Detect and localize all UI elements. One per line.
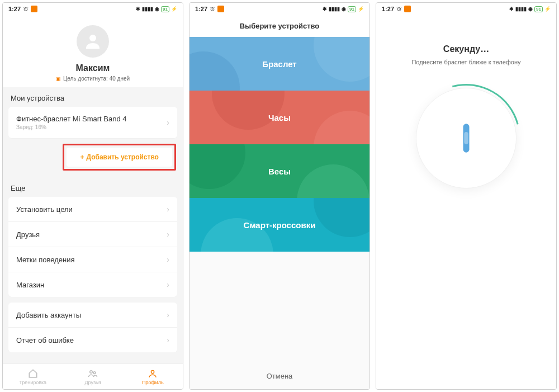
screen-searching: 1:27 ✱ ▮▮▮▮ ◉ 91 ⚡ Секунду… Поднесите бр…: [376, 2, 557, 390]
svg-point-2: [90, 370, 93, 373]
svg-rect-7: [463, 124, 470, 152]
row-friends[interactable]: Друзья›: [8, 222, 177, 247]
choose-watch[interactable]: Часы: [190, 91, 369, 144]
chevron-right-icon: ›: [167, 310, 169, 319]
choose-watch-label: Часы: [268, 113, 291, 122]
band-icon: [460, 122, 472, 154]
bluetooth-icon: ✱: [509, 6, 514, 12]
battery-icon: 91: [348, 6, 356, 12]
plus-icon: +: [80, 153, 84, 161]
row-tags-label: Метки поведения: [16, 256, 75, 264]
choose-shoes-label: Смарт-кроссовки: [244, 220, 316, 230]
svg-point-4: [151, 370, 154, 373]
choose-title: Выберите устройство: [190, 15, 369, 37]
screen-profile: 1:27 ✱ ▮▮▮▮ ◉ 91 ⚡ Максим ▣ Цель достигн…: [2, 2, 183, 390]
searching-title: Секунду…: [443, 44, 489, 54]
svg-point-3: [93, 371, 96, 374]
chevron-right-icon: ›: [167, 336, 169, 344]
status-bar: 1:27 ✱ ▮▮▮▮ ◉ 91 ⚡: [376, 3, 556, 15]
signal-icon: ▮▮▮▮: [329, 6, 340, 12]
charge-icon: ⚡: [358, 6, 364, 12]
goal-text: Цель достигнута: 40 дней: [63, 75, 130, 82]
choose-shoes[interactable]: Смарт-кроссовки: [190, 198, 369, 252]
tab-friends-label: Друзья: [84, 380, 101, 385]
bluetooth-icon: ✱: [323, 6, 327, 12]
highlight-box: +Добавить устройство: [63, 144, 176, 171]
choose-bracelet-label: Браслет: [262, 59, 296, 69]
device-row[interactable]: Фитнес-браслет Mi Smart Band 4 Заряд: 16…: [8, 107, 177, 138]
tab-bar: Тренировка Друзья Профиль: [3, 363, 183, 389]
signal-icon: ▮▮▮▮: [142, 6, 153, 12]
device-charge: Заряд: 16%: [16, 124, 127, 130]
people-icon: [88, 369, 98, 379]
row-store[interactable]: Магазин›: [8, 272, 177, 297]
tab-friends[interactable]: Друзья: [63, 364, 122, 389]
chevron-right-icon: ›: [167, 118, 169, 127]
app-badge-icon: [31, 6, 37, 12]
tab-training-label: Тренировка: [19, 380, 46, 385]
searching-spinner: [416, 88, 517, 188]
row-accounts-label: Добавить аккаунты: [16, 311, 81, 319]
status-bar: 1:27 ✱ ▮▮▮▮ ◉ 91 ⚡: [3, 3, 183, 15]
choose-scale-label: Весы: [268, 167, 291, 176]
row-bug[interactable]: Отчет об ошибке›: [8, 328, 177, 352]
searching-subtitle: Поднесите браслет ближе к телефону: [411, 59, 520, 65]
tab-training[interactable]: Тренировка: [3, 364, 63, 389]
row-friends-label: Друзья: [16, 230, 40, 239]
row-bug-label: Отчет об ошибке: [16, 336, 74, 344]
app-badge-icon: [217, 6, 224, 12]
tab-profile-label: Профиль: [142, 380, 164, 385]
alarm-icon: [396, 6, 402, 12]
svg-point-1: [89, 35, 96, 41]
status-time: 1:27: [195, 6, 207, 12]
status-time: 1:27: [8, 6, 21, 12]
device-name: Фитнес-браслет Mi Smart Band 4: [16, 115, 127, 123]
row-store-label: Магазин: [16, 281, 44, 289]
wifi-icon: ◉: [155, 6, 159, 12]
person-icon: [83, 31, 103, 51]
chevron-right-icon: ›: [167, 255, 169, 264]
section-my-devices: Мои устройства: [3, 87, 183, 107]
alarm-icon: [210, 6, 215, 12]
screen-choose-device: 1:27 ✱ ▮▮▮▮ ◉ 91 ⚡ Выберите устройство Б…: [189, 2, 370, 390]
choose-bracelet[interactable]: Браслет: [190, 37, 369, 91]
add-device-label: Добавить устройство: [86, 153, 159, 161]
chevron-right-icon: ›: [167, 205, 169, 214]
chevron-right-icon: ›: [167, 280, 169, 289]
charge-icon: ⚡: [171, 6, 177, 12]
signal-icon: ▮▮▮▮: [515, 6, 527, 12]
row-goals-label: Установить цели: [16, 205, 73, 214]
wifi-icon: ◉: [528, 6, 533, 12]
add-device-button[interactable]: +Добавить устройство: [67, 148, 172, 167]
alarm-icon: [23, 6, 29, 12]
profile-header: Максим ▣ Цель достигнута: 40 дней: [3, 15, 183, 87]
wifi-icon: ◉: [342, 6, 346, 12]
row-goals[interactable]: Установить цели›: [8, 197, 177, 222]
svg-rect-8: [464, 132, 468, 144]
app-badge-icon: [404, 6, 411, 12]
username: Максим: [3, 63, 183, 73]
charge-icon: ⚡: [544, 6, 551, 12]
avatar[interactable]: [77, 25, 109, 58]
row-accounts[interactable]: Добавить аккаунты›: [8, 303, 177, 328]
home-icon: [28, 369, 38, 379]
status-time: 1:27: [382, 6, 394, 12]
cancel-button[interactable]: Отмена: [190, 363, 369, 389]
section-more: Еще: [3, 177, 183, 197]
choose-scale[interactable]: Весы: [190, 144, 369, 198]
profile-icon: [148, 369, 158, 379]
goal-icon: ▣: [56, 76, 61, 82]
tab-profile[interactable]: Профиль: [123, 364, 183, 389]
status-bar: 1:27 ✱ ▮▮▮▮ ◉ 91 ⚡: [190, 3, 369, 15]
battery-icon: 91: [161, 6, 169, 12]
row-tags[interactable]: Метки поведения›: [8, 247, 177, 272]
battery-icon: 91: [534, 6, 543, 12]
bluetooth-icon: ✱: [136, 6, 140, 12]
chevron-right-icon: ›: [167, 230, 169, 239]
